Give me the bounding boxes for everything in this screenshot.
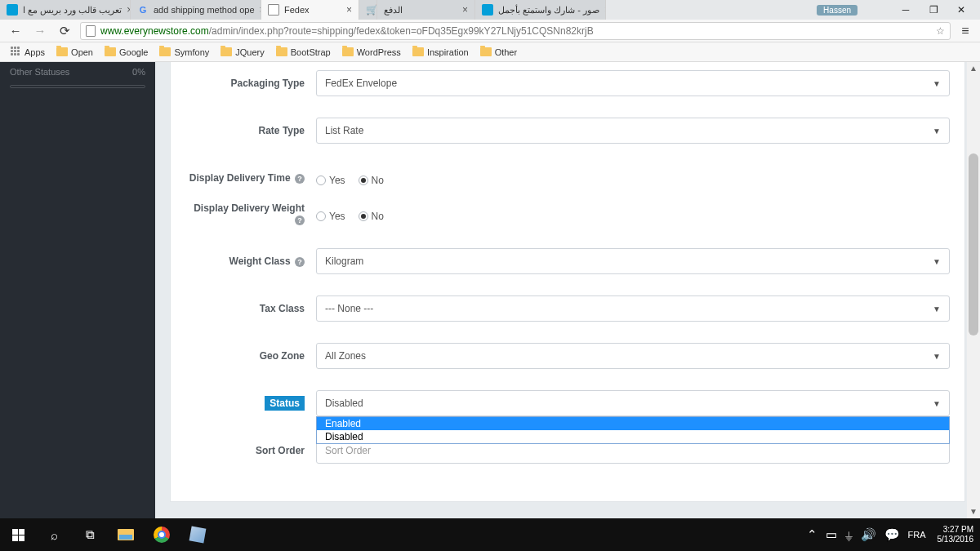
browser-tab[interactable]: تعريب قالب ورد بريس مع ا×: [0, 0, 131, 20]
tray-chevron-icon[interactable]: ⌃: [807, 527, 817, 542]
sidebar-stat-row: Other Statuses0%: [0, 62, 155, 82]
label-weight-class: Weight Class ?: [185, 256, 316, 267]
chrome-user-badge[interactable]: Hassen: [817, 5, 858, 16]
label-geo-zone: Geo Zone: [185, 350, 316, 362]
admin-main: Packaging Type FedEx Envelope▼ Rate Type…: [155, 62, 980, 518]
help-icon[interactable]: ?: [295, 257, 305, 267]
form-panel: Packaging Type FedEx Envelope▼ Rate Type…: [170, 62, 965, 502]
sidebar-progress: [10, 85, 145, 88]
select-option-enabled[interactable]: Enabled: [317, 417, 949, 430]
bookmark-item[interactable]: Symfony: [156, 47, 212, 57]
browser-tab-active[interactable]: Fedex×: [261, 0, 359, 20]
bookmark-item[interactable]: Google: [101, 47, 151, 57]
select-tax-class[interactable]: --- None ---▼: [316, 295, 950, 322]
input-language[interactable]: FRA: [908, 530, 926, 540]
chevron-down-icon: ▼: [933, 127, 941, 136]
app-taskbar-button[interactable]: [180, 518, 216, 551]
help-icon[interactable]: ?: [295, 174, 305, 184]
browser-tab[interactable]: صور - شارك واستمتع بأجمل×: [475, 0, 606, 20]
label-packaging-type: Packaging Type: [185, 78, 316, 89]
windows-taskbar: ⌕ ⧉ ⌃ ▭ ⏚ 🔊 💬 FRA 3:27 PM 5/13/2016: [0, 518, 980, 551]
select-option-disabled[interactable]: Disabled: [317, 430, 949, 443]
bookmark-star-icon[interactable]: ☆: [936, 25, 945, 37]
wifi-icon[interactable]: ⏚: [845, 528, 853, 542]
browser-toolbar: ← → ⟳ www.everynewstore.com/admin/index.…: [0, 20, 980, 42]
window-minimize-button[interactable]: ─: [893, 4, 918, 16]
radio-display-time-yes[interactable]: Yes: [316, 175, 345, 186]
forward-button[interactable]: →: [31, 22, 49, 40]
close-icon[interactable]: ×: [462, 4, 468, 16]
page-icon: [86, 25, 96, 37]
volume-icon[interactable]: 🔊: [861, 527, 876, 542]
address-bar[interactable]: www.everynewstore.com/admin/index.php?ro…: [80, 22, 951, 40]
radio-display-time-no[interactable]: No: [359, 175, 384, 186]
bookmark-item[interactable]: Other: [477, 47, 521, 57]
bookmarks-bar: Apps Open Google Symfony JQuery BootStra…: [0, 42, 980, 62]
select-rate-type[interactable]: List Rate▼: [316, 118, 950, 144]
start-button[interactable]: [0, 518, 36, 551]
label-rate-type: Rate Type: [185, 125, 316, 136]
chrome-taskbar-button[interactable]: [144, 518, 180, 551]
select-weight-class[interactable]: Kilogram▼: [316, 248, 950, 274]
chevron-down-icon: ▼: [933, 257, 941, 266]
chrome-menu-button[interactable]: ≡: [957, 24, 973, 38]
scrollbar-thumb[interactable]: [969, 153, 978, 336]
bookmark-item[interactable]: WordPress: [339, 47, 404, 57]
label-tax-class: Tax Class: [185, 303, 316, 314]
battery-icon[interactable]: ▭: [826, 527, 837, 542]
radio-display-weight-no[interactable]: No: [359, 211, 384, 222]
select-status[interactable]: Disabled▼: [316, 390, 950, 416]
chevron-down-icon: ▼: [933, 304, 941, 313]
apps-shortcut[interactable]: Apps: [7, 47, 48, 58]
radio-display-weight-yes[interactable]: Yes: [316, 211, 345, 222]
task-view-button[interactable]: ⧉: [72, 518, 108, 551]
bookmark-item[interactable]: Open: [53, 47, 96, 57]
window-close-button[interactable]: ✕: [949, 4, 973, 16]
select-status-dropdown: Enabled Disabled: [316, 416, 950, 444]
browser-tab[interactable]: Gadd shipping method ope×: [131, 0, 261, 20]
close-icon[interactable]: ×: [346, 4, 352, 16]
back-button[interactable]: ←: [7, 22, 24, 40]
close-icon[interactable]: ×: [604, 4, 606, 16]
reload-button[interactable]: ⟳: [56, 22, 74, 40]
label-display-time: Display Delivery Time ?: [185, 172, 316, 184]
scroll-down-icon[interactable]: ▼: [967, 505, 980, 518]
browser-tabbar: تعريب قالب ورد بريس مع ا× Gadd shipping …: [0, 0, 980, 20]
page-scrollbar[interactable]: ▲ ▼: [967, 62, 980, 518]
help-icon[interactable]: ?: [295, 216, 305, 225]
admin-sidebar: Other Statuses0%: [0, 62, 155, 518]
taskbar-clock[interactable]: 3:27 PM 5/13/2016: [934, 525, 974, 544]
bookmark-item[interactable]: BootStrap: [273, 47, 334, 57]
scroll-up-icon[interactable]: ▲: [967, 62, 980, 75]
browser-tab[interactable]: 🛒: [359, 0, 377, 20]
label-sort-order: Sort Order: [185, 445, 316, 456]
chevron-down-icon: ▼: [933, 79, 941, 88]
bookmark-item[interactable]: Inspiration: [409, 47, 472, 57]
file-explorer-button[interactable]: [108, 518, 144, 551]
notifications-icon[interactable]: 💬: [884, 527, 900, 542]
search-button[interactable]: ⌕: [36, 518, 72, 551]
select-geo-zone[interactable]: All Zones▼: [316, 343, 950, 369]
chevron-down-icon: ▼: [933, 399, 941, 408]
label-status: Status: [185, 398, 316, 409]
window-maximize-button[interactable]: ❐: [921, 4, 946, 16]
select-packaging-type[interactable]: FedEx Envelope▼: [316, 70, 950, 96]
chevron-down-icon: ▼: [933, 352, 941, 361]
browser-tab[interactable]: الدفع×: [377, 0, 475, 20]
bookmark-item[interactable]: JQuery: [217, 47, 267, 57]
label-display-weight: Display Delivery Weight ?: [185, 202, 316, 225]
